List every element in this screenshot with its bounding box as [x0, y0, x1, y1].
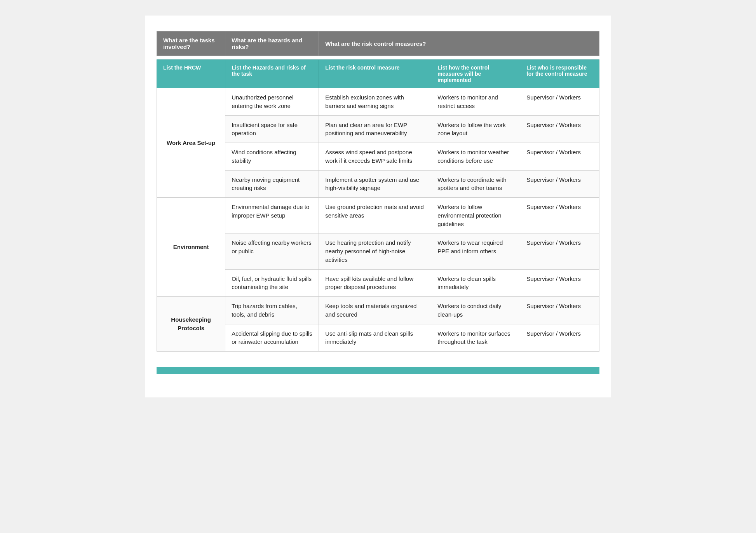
top-header-tasks: What are the tasks involved?: [157, 31, 225, 56]
control-cell: Assess wind speed and postpone work if i…: [319, 143, 431, 171]
hazard-cell: Insufficient space for safe operation: [225, 115, 319, 143]
top-header-hazards: What are the hazards and risks?: [225, 31, 319, 56]
table-row: Work Area Set-upUnauthorized personnel e…: [157, 88, 599, 116]
task-cell: Environment: [157, 198, 225, 297]
sub-header-implementation: List how the control measures will be im…: [431, 60, 520, 88]
control-cell: Keep tools and materials organized and s…: [319, 297, 431, 324]
hazard-cell: Nearby moving equipment creating risks: [225, 170, 319, 198]
responsible-cell: Supervisor / Workers: [520, 170, 599, 198]
implementation-cell: Workers to follow the work zone layout: [431, 115, 520, 143]
hazard-cell: Oil, fuel, or hydraulic fluid spills con…: [225, 269, 319, 297]
sub-header-hazards: List the Hazards and risks of the task: [225, 60, 319, 88]
task-cell: Housekeeping Protocols: [157, 297, 225, 352]
hazard-cell: Noise affecting nearby workers or public: [225, 233, 319, 269]
implementation-cell: Workers to follow environmental protecti…: [431, 198, 520, 233]
bottom-bar: [157, 367, 599, 374]
implementation-cell: Workers to coordinate with spotters and …: [431, 170, 520, 198]
responsible-cell: Supervisor / Workers: [520, 297, 599, 324]
hazard-cell: Wind conditions affecting stability: [225, 143, 319, 171]
control-cell: Implement a spotter system and use high-…: [319, 170, 431, 198]
control-cell: Plan and clear an area for EWP positioni…: [319, 115, 431, 143]
spacer-header: [157, 56, 599, 60]
hazard-cell: Unauthorized personnel entering the work…: [225, 88, 319, 116]
responsible-cell: Supervisor / Workers: [520, 198, 599, 233]
control-cell: Have spill kits available and follow pro…: [319, 269, 431, 297]
implementation-cell: Workers to wear required PPE and inform …: [431, 233, 520, 269]
table-row: Housekeeping ProtocolsTrip hazards from …: [157, 297, 599, 324]
sub-header-responsible: List who is responsible for the control …: [520, 60, 599, 88]
implementation-cell: Workers to conduct daily clean-ups: [431, 297, 520, 324]
page-wrapper: What are the tasks involved? What are th…: [145, 16, 611, 397]
responsible-cell: Supervisor / Workers: [520, 88, 599, 116]
responsible-cell: Supervisor / Workers: [520, 143, 599, 171]
control-cell: Use ground protection mats and avoid sen…: [319, 198, 431, 233]
table-body: Work Area Set-upUnauthorized personnel e…: [157, 88, 599, 352]
sub-header-hrcw: List the HRCW: [157, 60, 225, 88]
implementation-cell: Workers to clean spills immediately: [431, 269, 520, 297]
responsible-cell: Supervisor / Workers: [520, 269, 599, 297]
responsible-cell: Supervisor / Workers: [520, 324, 599, 352]
task-cell: Work Area Set-up: [157, 88, 225, 198]
main-table: What are the tasks involved? What are th…: [157, 31, 599, 352]
implementation-cell: Workers to monitor weather conditions be…: [431, 143, 520, 171]
table-row: EnvironmentEnvironmental damage due to i…: [157, 198, 599, 233]
hazard-cell: Trip hazards from cables, tools, and deb…: [225, 297, 319, 324]
top-header-row: What are the tasks involved? What are th…: [157, 31, 599, 56]
control-cell: Use hearing protection and notify nearby…: [319, 233, 431, 269]
responsible-cell: Supervisor / Workers: [520, 233, 599, 269]
hazard-cell: Accidental slipping due to spills or rai…: [225, 324, 319, 352]
sub-header-row: List the HRCW List the Hazards and risks…: [157, 60, 599, 88]
hazard-cell: Environmental damage due to improper EWP…: [225, 198, 319, 233]
implementation-cell: Workers to monitor surfaces throughout t…: [431, 324, 520, 352]
top-header-controls: What are the risk control measures?: [319, 31, 599, 56]
control-cell: Establish exclusion zones with barriers …: [319, 88, 431, 116]
implementation-cell: Workers to monitor and restrict access: [431, 88, 520, 116]
control-cell: Use anti-slip mats and clean spills imme…: [319, 324, 431, 352]
responsible-cell: Supervisor / Workers: [520, 115, 599, 143]
sub-header-control: List the risk control measure: [319, 60, 431, 88]
